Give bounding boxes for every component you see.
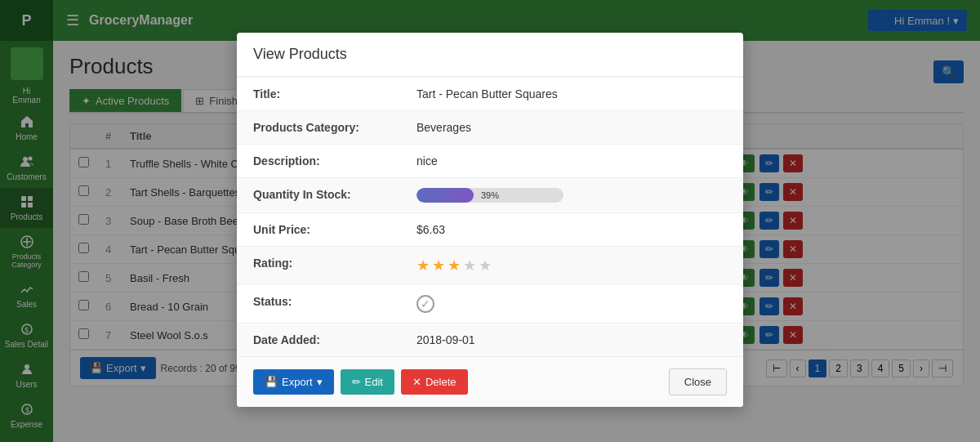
delete-icon: ✕ <box>412 376 421 388</box>
modal-label-rating: Rating: <box>253 257 416 270</box>
status-check-icon: ✓ <box>416 295 434 313</box>
stars-container: ★ ★ ★ ★ ★ <box>416 257 727 275</box>
star-1: ★ <box>416 257 430 275</box>
edit-icon: ✏ <box>352 376 361 388</box>
modal-footer: 💾 Export ▾ ✏ Edit ✕ Delete Close <box>237 356 743 407</box>
modal-row-status: Status: ✓ <box>237 285 743 324</box>
modal-row-rating: Rating: ★ ★ ★ ★ ★ <box>237 247 743 285</box>
delete-label: Delete <box>425 376 457 388</box>
modal-row-date: Date Added: 2018-09-01 <box>237 324 743 356</box>
modal-value-description: nice <box>416 154 727 167</box>
star-2: ★ <box>432 257 445 275</box>
modal-footer-actions: 💾 Export ▾ ✏ Edit ✕ Delete <box>253 369 468 395</box>
edit-label: Edit <box>365 376 383 388</box>
modal-close-button[interactable]: Close <box>669 368 727 395</box>
export-label: Export <box>282 376 313 388</box>
modal-body: Title: Tart - Pecan Butter Squares Produ… <box>237 78 743 356</box>
modal-value-quantity: 39% <box>416 188 727 203</box>
modal-overlay: View Products Title: Tart - Pecan Butter… <box>0 0 980 442</box>
progress-bar-container: 39% <box>416 188 564 203</box>
dropdown-arrow-icon: ▾ <box>317 376 323 388</box>
modal-value-rating: ★ ★ ★ ★ ★ <box>416 257 727 275</box>
modal-label-title: Title: <box>253 87 416 100</box>
star-4: ★ <box>463 257 476 275</box>
modal-label-category: Products Category: <box>253 121 416 134</box>
view-products-modal: View Products Title: Tart - Pecan Butter… <box>237 33 743 407</box>
modal-label-quantity: Quantity In Stock: <box>253 188 416 201</box>
modal-row-quantity: Quantity In Stock: 39% <box>237 178 743 213</box>
modal-label-unit-price: Unit Price: <box>253 223 416 236</box>
modal-delete-button[interactable]: ✕ Delete <box>401 369 468 395</box>
modal-value-title: Tart - Pecan Butter Squares <box>416 87 727 100</box>
modal-row-category: Products Category: Beverages <box>237 111 743 145</box>
modal-row-unit-price: Unit Price: $6.63 <box>237 213 743 247</box>
modal-value-unit-price: $6.63 <box>416 223 727 236</box>
modal-value-date: 2018-09-01 <box>416 333 727 346</box>
modal-row-title: Title: Tart - Pecan Butter Squares <box>237 78 743 111</box>
modal-value-status: ✓ <box>416 295 727 313</box>
modal-title: View Products <box>237 33 743 78</box>
modal-row-description: Description: nice <box>237 145 743 178</box>
star-5: ★ <box>479 257 492 275</box>
save-icon: 💾 <box>265 376 278 388</box>
modal-label-date: Date Added: <box>253 333 416 346</box>
modal-label-description: Description: <box>253 154 416 167</box>
modal-value-category: Beverages <box>416 121 727 134</box>
star-3: ★ <box>448 257 461 275</box>
modal-edit-button[interactable]: ✏ Edit <box>341 369 394 395</box>
progress-label: 39% <box>416 188 564 203</box>
modal-export-button[interactable]: 💾 Export ▾ <box>253 369 334 395</box>
modal-label-status: Status: <box>253 295 416 308</box>
